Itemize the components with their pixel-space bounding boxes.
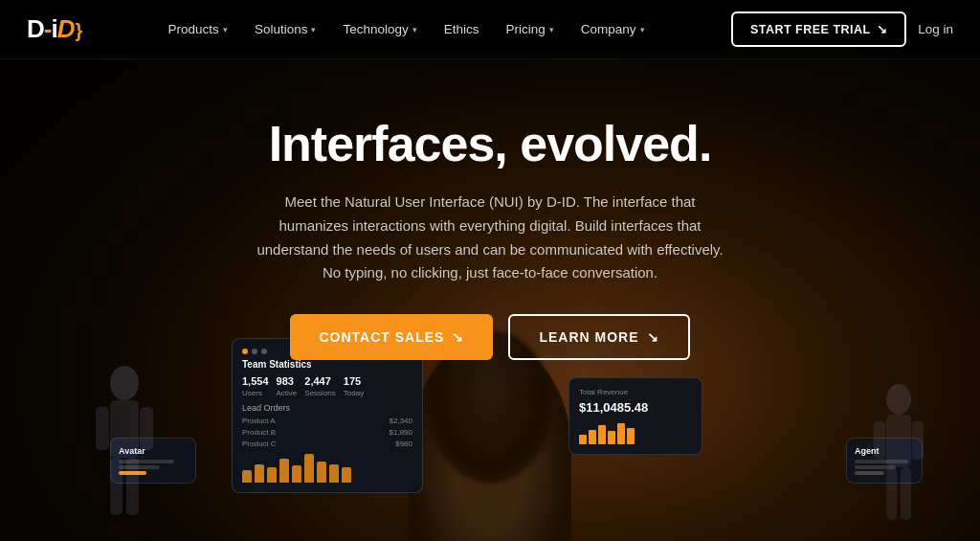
nav-item-technology[interactable]: Technology ▾	[331, 14, 428, 44]
nav-item-pricing[interactable]: Pricing ▾	[495, 14, 566, 44]
arrow-icon: ↘	[647, 329, 659, 345]
learn-more-button[interactable]: LEARN MORE ↘	[508, 314, 689, 360]
start-trial-button[interactable]: START FREE TRIAL ↘	[731, 11, 906, 47]
nav-links: Products ▾ Solutions ▾ Technology ▾ Ethi…	[81, 14, 731, 44]
chevron-down-icon: ▾	[412, 25, 417, 34]
nav-right: START FREE TRIAL ↘ Log in	[731, 11, 953, 47]
hero-buttons: CONTACT SALES ↘ LEARN MORE ↘	[290, 314, 689, 360]
hero-section: Interfaces, evolved. Meet the Natural Us…	[0, 59, 980, 389]
navigation: D-iD} Products ▾ Solutions ▾ Technology …	[0, 0, 980, 59]
arrow-icon: ↘	[452, 329, 464, 345]
chevron-down-icon: ▾	[640, 25, 645, 34]
nav-item-products[interactable]: Products ▾	[157, 14, 239, 44]
chevron-down-icon: ▾	[549, 25, 554, 34]
hero-title: Interfaces, evolved.	[269, 117, 712, 171]
contact-sales-button[interactable]: CONTACT SALES ↘	[290, 314, 493, 360]
hero-subtitle: Meet the Natural User Interface (NUI) by…	[256, 191, 724, 285]
arrow-icon: ↘	[877, 22, 888, 36]
chevron-down-icon: ▾	[223, 25, 228, 34]
nav-item-solutions[interactable]: Solutions ▾	[243, 14, 328, 44]
login-button[interactable]: Log in	[918, 22, 953, 36]
nav-item-ethics[interactable]: Ethics	[433, 14, 491, 44]
nav-item-company[interactable]: Company ▾	[569, 14, 657, 44]
logo[interactable]: D-iD}	[27, 14, 81, 44]
chevron-down-icon: ▾	[311, 25, 316, 34]
